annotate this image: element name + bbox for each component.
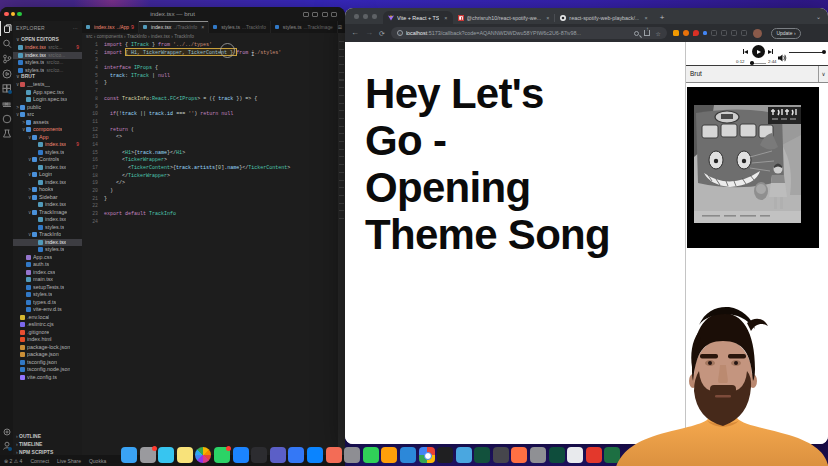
tree-item-index.css[interactable]: index.css — [13, 269, 82, 277]
tree-item-styles.ts[interactable]: styles.ts — [13, 246, 82, 254]
tree-item-index.tsx[interactable]: index.tsx — [13, 201, 82, 209]
extension-icon-1[interactable] — [673, 30, 679, 36]
tree-item-index.tsx[interactable]: index.tsx — [13, 164, 82, 172]
dock-icon-1[interactable] — [121, 447, 137, 463]
editor-tab-../App[interactable]: index.tsx../App9 — [82, 21, 139, 33]
dock-icon-10[interactable] — [288, 447, 304, 463]
close-tab-icon[interactable]: × — [444, 15, 447, 21]
tree-item-types.d.ts[interactable]: types.d.ts — [13, 299, 82, 307]
status-item-2[interactable]: Live Share — [57, 458, 81, 464]
tree-item-index.tsx[interactable]: index.tsx — [13, 179, 82, 187]
forward-button[interactable]: → — [365, 29, 373, 37]
site-info-icon[interactable]: i — [397, 30, 403, 36]
outline-header[interactable]: › OUTLINE — [13, 433, 82, 439]
tree-item-tsconfig.json[interactable]: tsconfig.json — [13, 359, 82, 367]
tree-item-vite-env.d.ts[interactable]: vite-env.d.ts — [13, 306, 82, 314]
tree-item-main.tsx[interactable]: main.tsx — [13, 276, 82, 284]
play-button[interactable] — [752, 45, 765, 58]
tree-item-styles.ts[interactable]: styles.ts — [13, 149, 82, 157]
maximize-traffic-light-browser[interactable] — [372, 14, 377, 19]
tree-item-package-lock.json[interactable]: package-lock.json — [13, 344, 82, 352]
tree-item-src[interactable]: vsrc — [13, 111, 82, 119]
tree-item-.env.local[interactable]: .env.local — [13, 314, 82, 322]
tree-item-Controls[interactable]: vControls — [13, 156, 82, 164]
minimize-traffic-light-browser[interactable] — [363, 14, 368, 19]
tree-item-Login[interactable]: vLogin — [13, 171, 82, 179]
extension-icon-4[interactable] — [703, 31, 708, 36]
editor-scrollbar[interactable] — [338, 33, 345, 455]
dock-icon-14[interactable] — [363, 447, 379, 463]
status-item-0[interactable]: ⊗ 2 ⚠ 4 — [4, 458, 22, 464]
address-bar[interactable]: i localhost:5173/callback?code=AQANNWDWD… — [391, 27, 667, 39]
close-tab-icon[interactable]: × — [644, 15, 647, 21]
extension-icon-2[interactable] — [683, 30, 689, 36]
open-editor-index.tsx[interactable]: index.tsxsrc/c...9 — [13, 44, 82, 52]
open-editor-styles.ts[interactable]: styles.tssrc/co... — [13, 59, 82, 67]
dock-icon-15[interactable] — [381, 447, 397, 463]
extensions-activity-icon[interactable] — [0, 81, 13, 96]
extension-icon-6[interactable] — [731, 30, 737, 36]
split-editor-icon[interactable]: ⊞ — [338, 24, 342, 30]
files-activity-icon[interactable] — [0, 21, 13, 36]
dock-icon-21[interactable] — [493, 447, 509, 463]
device-select[interactable]: Brut ∨ — [686, 66, 828, 83]
tree-item-App[interactable]: vApp — [13, 134, 82, 142]
tree-item-assets[interactable]: >assets — [13, 119, 82, 127]
tree-item-App.spec.tsx[interactable]: App.spec.tsx — [13, 89, 82, 97]
search-activity-icon[interactable] — [0, 36, 13, 51]
layout-toggle-icons[interactable] — [303, 12, 338, 17]
dock-icon-2[interactable] — [140, 447, 156, 463]
editor-tab-...TrackInfo[interactable]: styles.ts...TrackInfo — [209, 21, 271, 33]
dock-icon-11[interactable] — [307, 447, 323, 463]
back-button[interactable]: ← — [351, 29, 359, 37]
tree-item-index.tsx[interactable]: index.tsx — [13, 216, 82, 224]
vscode-titlebar[interactable]: index.tsx — brut — [0, 7, 345, 21]
tree-item-index.tsx[interactable]: index.tsx9 — [13, 141, 82, 149]
bookmark-star-icon[interactable]: ☆ — [655, 30, 660, 37]
tree-item-auth.ts[interactable]: auth.ts — [13, 261, 82, 269]
browser-tab-2[interactable]: @chrisruh10/react-spotify-we...× — [453, 11, 555, 24]
tree-item-vite.config.ts[interactable]: vite.config.ts — [13, 374, 82, 382]
close-tab-icon[interactable]: × — [546, 15, 549, 21]
progress-handle[interactable] — [750, 61, 754, 65]
volume-icon[interactable] — [778, 48, 787, 66]
open-editor-index.tsx[interactable]: index.tsxsrc/co... — [13, 52, 82, 60]
tree-item-index.html[interactable]: index.html — [13, 336, 82, 344]
next-track-button[interactable] — [768, 49, 773, 54]
dock-icon-7[interactable] — [233, 447, 249, 463]
account-activity-icon[interactable] — [0, 438, 13, 453]
tree-item-public[interactable]: >public — [13, 104, 82, 112]
timeline-header[interactable]: › TIMELINE — [13, 441, 82, 447]
tree-item-styles.ts[interactable]: styles.ts — [13, 291, 82, 299]
share-icon[interactable] — [644, 30, 650, 36]
extension-icon-3[interactable] — [693, 30, 699, 36]
previous-track-button[interactable] — [743, 49, 748, 54]
tree-item-__tests__[interactable]: v__tests__ — [13, 81, 82, 89]
dock-icon-24[interactable] — [549, 447, 565, 463]
beaker-activity-icon[interactable] — [0, 126, 13, 141]
editor-tab-...TrackImage[interactable]: styles.ts...TrackImage — [271, 21, 338, 33]
docker-activity-icon[interactable] — [0, 96, 13, 111]
tree-item-.gitignore[interactable]: .gitignore — [13, 329, 82, 337]
update-button[interactable]: Update › — [771, 28, 800, 39]
extension-icon-5[interactable] — [711, 30, 717, 36]
close-tab-icon[interactable]: × — [201, 24, 204, 30]
code-editor[interactable]: I 1import { ITrack } from '../../types'2… — [82, 40, 345, 226]
dock-icon-4[interactable] — [177, 447, 193, 463]
search-icon[interactable] — [634, 31, 639, 36]
tab-search-chevron-icon[interactable]: ⌄ — [816, 13, 821, 20]
git-activity-icon[interactable] — [0, 51, 13, 66]
tree-item-setupTests.ts[interactable]: setupTests.ts — [13, 284, 82, 292]
open-editors-header[interactable]: ∨ OPEN EDITORS — [13, 36, 82, 42]
tree-item-hooks[interactable]: >hooks — [13, 186, 82, 194]
github-activity-icon[interactable] — [0, 111, 13, 126]
profile-avatar[interactable] — [753, 29, 762, 38]
reload-button[interactable]: ⟳ — [379, 30, 385, 37]
tree-item-TrackInfo[interactable]: vTrackInfo — [13, 231, 82, 239]
tree-item-.eslintrc.cjs[interactable]: .eslintrc.cjs — [13, 321, 82, 329]
tree-item-TrackImage[interactable]: vTrackImage — [13, 209, 82, 217]
explorer-more-icon[interactable]: ⋯ — [73, 25, 78, 31]
new-tab-button[interactable]: + — [660, 13, 665, 22]
dock-icon-12[interactable] — [326, 447, 342, 463]
tree-item-components[interactable]: vcomponents — [13, 126, 82, 134]
